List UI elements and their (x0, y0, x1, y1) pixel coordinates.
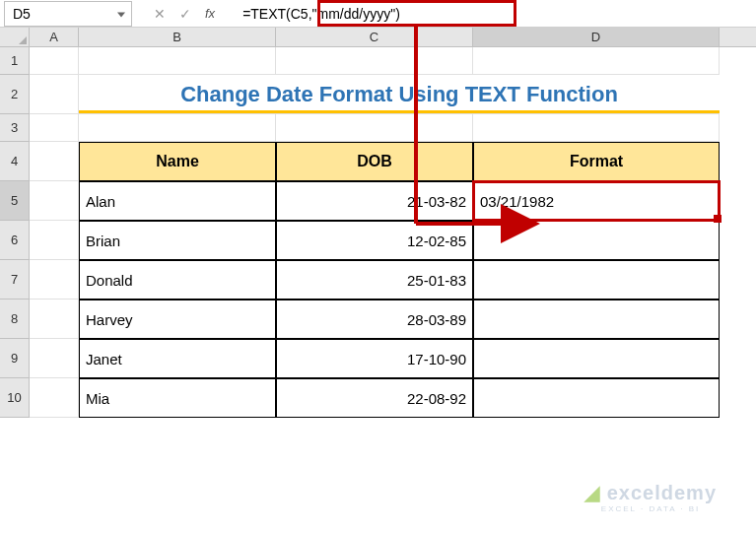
row-header-5[interactable]: 5 (0, 181, 30, 221)
formula-input[interactable]: =TEXT(C5,"mm/dd/yyyy") (237, 4, 756, 24)
watermark-tag: EXCEL · DATA · BI (584, 504, 717, 513)
cell-c3[interactable] (276, 114, 473, 142)
row-header-9[interactable]: 9 (0, 339, 30, 378)
row-header-6[interactable]: 6 (0, 221, 30, 260)
cell-d8[interactable] (473, 300, 720, 339)
cell-c7[interactable]: 25-01-83 (276, 260, 473, 300)
header-format[interactable]: Format (473, 142, 720, 181)
formula-bar: D5 ✕ ✓ fx =TEXT(C5,"mm/dd/yyyy") (0, 0, 756, 28)
select-all-corner[interactable] (0, 28, 30, 46)
spreadsheet-grid: A B C D 1 2 Change Date Format Using TEX… (0, 28, 756, 418)
title-cell[interactable]: Change Date Format Using TEXT Function (79, 75, 720, 114)
row-3: 3 (0, 114, 756, 142)
row-4: 4 Name DOB Format (0, 142, 756, 181)
row-header-3[interactable]: 3 (0, 114, 30, 142)
col-header-c[interactable]: C (276, 28, 473, 46)
row-10: 10 Mia 22-08-92 (0, 378, 756, 418)
col-header-b[interactable]: B (79, 28, 276, 46)
row-7: 7 Donald 25-01-83 (0, 260, 756, 300)
row-header-2[interactable]: 2 (0, 75, 30, 114)
cell-c5[interactable]: 21-03-82 (276, 181, 473, 221)
cell-a7[interactable] (30, 260, 79, 300)
cell-a4[interactable] (30, 142, 79, 181)
cell-a1[interactable] (30, 47, 79, 75)
cell-a2[interactable] (30, 75, 79, 114)
row-1: 1 (0, 47, 756, 75)
cell-d10[interactable] (473, 378, 720, 418)
cell-d9[interactable] (473, 339, 720, 378)
row-6: 6 Brian 12-02-85 (0, 221, 756, 260)
row-header-8[interactable]: 8 (0, 300, 30, 339)
row-header-4[interactable]: 4 (0, 142, 30, 181)
cell-b9[interactable]: Janet (79, 339, 276, 378)
header-name[interactable]: Name (79, 142, 276, 181)
cell-a9[interactable] (30, 339, 79, 378)
cell-a6[interactable] (30, 221, 79, 260)
row-2: 2 Change Date Format Using TEXT Function (0, 75, 756, 114)
cell-b5[interactable]: Alan (79, 181, 276, 221)
cell-a5[interactable] (30, 181, 79, 221)
cell-a3[interactable] (30, 114, 79, 142)
cell-b8[interactable]: Harvey (79, 300, 276, 339)
cell-d5[interactable]: 03/21/1982 (473, 181, 720, 221)
row-header-1[interactable]: 1 (0, 47, 30, 75)
col-header-d[interactable]: D (473, 28, 720, 46)
cell-d6[interactable] (473, 221, 720, 260)
name-box[interactable]: D5 (4, 1, 132, 27)
row-9: 9 Janet 17-10-90 (0, 339, 756, 378)
cell-b1[interactable] (79, 47, 276, 75)
cell-c1[interactable] (276, 47, 473, 75)
cell-d7[interactable] (473, 260, 720, 300)
cell-c10[interactable]: 22-08-92 (276, 378, 473, 418)
row-header-10[interactable]: 10 (0, 378, 30, 418)
cell-b10[interactable]: Mia (79, 378, 276, 418)
row-header-7[interactable]: 7 (0, 260, 30, 300)
cell-c8[interactable]: 28-03-89 (276, 300, 473, 339)
enter-icon[interactable]: ✓ (179, 6, 191, 22)
cell-c6[interactable]: 12-02-85 (276, 221, 473, 260)
title-text: Change Date Format Using TEXT Function (180, 82, 618, 107)
row-5: 5 Alan 21-03-82 03/21/1982 (0, 181, 756, 221)
cell-b3[interactable] (79, 114, 276, 142)
formula-bar-icons: ✕ ✓ fx (144, 6, 237, 22)
row-8: 8 Harvey 28-03-89 (0, 300, 756, 339)
cell-d3[interactable] (473, 114, 720, 142)
watermark-logo: ◢ exceldemy (584, 481, 717, 504)
cell-c9[interactable]: 17-10-90 (276, 339, 473, 378)
cell-b6[interactable]: Brian (79, 221, 276, 260)
fx-icon[interactable]: fx (205, 6, 215, 21)
cancel-icon[interactable]: ✕ (154, 6, 166, 22)
watermark: ◢ exceldemy EXCEL · DATA · BI (584, 481, 717, 513)
title-underline (79, 110, 720, 113)
header-dob[interactable]: DOB (276, 142, 473, 181)
cell-d1[interactable] (473, 47, 720, 75)
column-headers: A B C D (0, 28, 756, 47)
cell-b7[interactable]: Donald (79, 260, 276, 300)
col-header-a[interactable]: A (30, 28, 79, 46)
cell-a8[interactable] (30, 300, 79, 339)
cell-a10[interactable] (30, 378, 79, 418)
